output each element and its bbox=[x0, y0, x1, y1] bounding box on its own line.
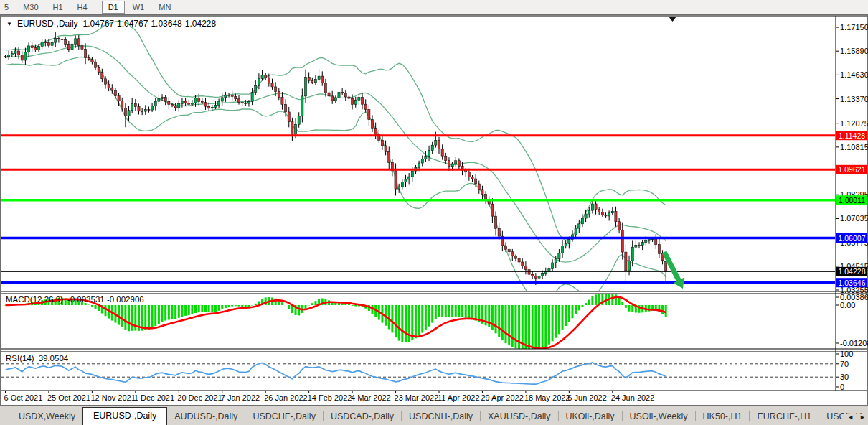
timeframe-button-w1[interactable]: W1 bbox=[126, 1, 151, 14]
tab-usdcad-daily[interactable]: USDCAD-,Daily bbox=[324, 408, 401, 425]
timeframe-button-h1[interactable]: H1 bbox=[47, 1, 70, 14]
timeframe-button-5[interactable]: 5 bbox=[0, 1, 15, 14]
tab-usdchf-daily[interactable]: USDCHF-,Daily bbox=[245, 408, 323, 425]
time-axis[interactable] bbox=[0, 391, 836, 406]
chart-canvas[interactable]: 1.171501.158901.146301.133701.120751.108… bbox=[0, 14, 868, 406]
timeframe-button-h4[interactable]: H4 bbox=[71, 1, 94, 14]
tab-scroll-controls: ◄ ► bbox=[843, 414, 866, 421]
timeframe-button-d1[interactable]: D1 bbox=[102, 1, 125, 14]
toolbar-divider bbox=[181, 2, 181, 12]
tab-hk50-h1[interactable]: HK50-,H1 bbox=[696, 408, 750, 425]
timeframe-toolbar: 5M30H1H4D1W1MN bbox=[0, 0, 868, 14]
tab-xauusd-daily[interactable]: XAUUSD-,Daily bbox=[481, 408, 558, 425]
toolbar-divider bbox=[98, 2, 98, 12]
timeframe-button-m30[interactable]: M30 bbox=[16, 1, 44, 14]
tab-usdcnh-daily[interactable]: USDCNH-,Daily bbox=[402, 408, 480, 425]
tab-eurchf-h1[interactable]: EURCHF-,H1 bbox=[750, 408, 819, 425]
tab-ukoil-daily[interactable]: UKOil-,Daily bbox=[559, 408, 622, 425]
symbol-tabs: USDX,WeeklyEURUSD-,DailyAUDUSD-,DailyUSD… bbox=[11, 407, 868, 425]
tab-eurusd-daily[interactable]: EURUSD-,Daily bbox=[82, 407, 167, 425]
tabs-scroll-right-icon[interactable]: ► bbox=[859, 414, 866, 421]
price-axis[interactable] bbox=[836, 14, 868, 391]
chart-window: 1.171501.158901.146301.133701.120751.108… bbox=[0, 14, 868, 406]
symbol-tabbar: USDX,WeeklyEURUSD-,DailyAUDUSD-,DailyUSD… bbox=[0, 406, 868, 425]
tab-usdx-weekly[interactable]: USDX,Weekly bbox=[11, 408, 82, 425]
tab-usoil-weekly[interactable]: USOil-,Weekly bbox=[623, 408, 695, 425]
tab-audusd-daily[interactable]: AUDUSD-,Daily bbox=[167, 408, 245, 425]
mt4-window: 5M30H1H4D1W1MN 1.171501.158901.146301.13… bbox=[0, 0, 868, 425]
tabs-scroll-left-icon[interactable]: ◄ bbox=[847, 414, 854, 421]
timeframe-button-mn[interactable]: MN bbox=[152, 1, 177, 14]
